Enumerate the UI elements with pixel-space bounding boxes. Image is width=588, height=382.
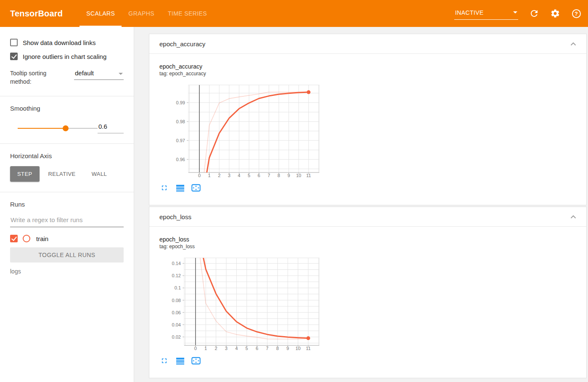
svg-text:0.02: 0.02 <box>172 334 181 340</box>
slider-knob[interactable] <box>63 125 69 131</box>
chart-title: epoch_loss <box>159 236 576 243</box>
svg-text:4: 4 <box>238 173 240 178</box>
svg-text:8: 8 <box>276 346 279 351</box>
smoothing-label: Smoothing <box>10 105 124 112</box>
svg-text:0: 0 <box>198 173 201 178</box>
reload-status-dropdown[interactable]: INACTIVE <box>454 8 518 20</box>
card-header[interactable]: epoch_accuracy <box>149 34 586 54</box>
svg-text:8: 8 <box>278 173 280 178</box>
svg-text:2: 2 <box>218 173 220 178</box>
tooltip-sorting-select[interactable]: default <box>74 69 124 80</box>
runs-label: Runs <box>10 201 124 208</box>
chart-actions <box>159 183 576 192</box>
horizontal-axis-label: Horizontal Axis <box>10 152 124 159</box>
axis-relative-button[interactable]: RELATIVE <box>41 166 83 182</box>
chart-actions <box>159 356 576 365</box>
tab-scalars[interactable]: SCALARS <box>79 0 122 27</box>
tooltip-sorting-value: default <box>75 69 94 77</box>
show-download-links-checkbox[interactable]: Show data download links <box>10 39 124 46</box>
checkbox-icon[interactable] <box>10 53 18 60</box>
app-layout: Show data download links Ignore outliers… <box>0 27 588 382</box>
svg-text:2: 2 <box>215 346 217 351</box>
card-epoch-accuracy: epoch_accuracy epoch_accuracy tag: epoch… <box>149 34 587 205</box>
main-content: epoch_accuracy epoch_accuracy tag: epoch… <box>134 27 588 382</box>
svg-text:0.08: 0.08 <box>172 298 181 303</box>
flatten-lines-icon[interactable] <box>175 356 185 365</box>
expand-chart-icon[interactable] <box>159 356 169 365</box>
app-title: TensorBoard <box>10 9 63 19</box>
section-divider <box>0 143 134 144</box>
chevron-down-icon <box>513 11 517 13</box>
svg-text:0.96: 0.96 <box>176 157 185 162</box>
tooltip-sorting-label: Tooltip sorting method: <box>10 69 69 86</box>
flatten-lines-icon[interactable] <box>175 183 185 192</box>
svg-text:9: 9 <box>287 173 290 178</box>
run-label: train <box>36 235 48 242</box>
axis-wall-button[interactable]: WALL <box>85 166 114 182</box>
tab-graphs[interactable]: GRAPHS <box>122 0 161 27</box>
svg-text:6: 6 <box>258 173 260 178</box>
svg-text:3: 3 <box>225 346 228 351</box>
card-epoch-loss: epoch_loss epoch_loss tag: epoch_loss 01… <box>149 207 587 378</box>
section-divider <box>0 192 134 192</box>
svg-text:0.04: 0.04 <box>172 322 181 327</box>
run-color-swatch <box>23 235 30 242</box>
checkbox-icon[interactable] <box>10 39 18 46</box>
scalar-chart-svg[interactable]: 012345678910110.020.040.060.080.10.120.1… <box>159 255 321 353</box>
card-title: epoch_accuracy <box>159 40 205 48</box>
smoothing-row: 0.6 <box>10 123 124 133</box>
svg-text:0.97: 0.97 <box>176 138 185 143</box>
chevron-up-icon[interactable] <box>570 42 576 46</box>
svg-text:7: 7 <box>266 346 268 351</box>
smoothing-value-input[interactable]: 0.6 <box>98 123 124 133</box>
horizontal-axis-options: STEP RELATIVE WALL <box>10 166 124 182</box>
chart-title: epoch_accuracy <box>159 63 576 70</box>
card-title: epoch_loss <box>159 213 191 220</box>
log-directory-label: logs <box>10 268 124 275</box>
chart-tag: tag: epoch_accuracy <box>159 70 576 77</box>
app-header: TensorBoard SCALARS GRAPHS TIME SERIES I… <box>0 0 588 27</box>
svg-text:11: 11 <box>306 346 310 351</box>
help-icon[interactable]: ? <box>571 8 581 19</box>
refresh-icon[interactable] <box>529 8 539 19</box>
svg-text:0.98: 0.98 <box>176 119 185 124</box>
axis-step-button[interactable]: STEP <box>10 166 40 182</box>
runs-filter-input[interactable] <box>10 215 124 227</box>
svg-text:9: 9 <box>286 346 289 351</box>
expand-chart-icon[interactable] <box>159 183 169 192</box>
smoothing-slider[interactable] <box>18 125 98 131</box>
fit-domain-icon[interactable] <box>191 183 201 192</box>
run-checkbox-icon[interactable] <box>10 235 18 242</box>
tab-time-series[interactable]: TIME SERIES <box>161 0 214 27</box>
svg-text:1: 1 <box>208 173 211 178</box>
svg-text:0.1: 0.1 <box>175 285 181 290</box>
sidebar: Show data download links Ignore outliers… <box>0 27 134 382</box>
svg-text:0.99: 0.99 <box>176 100 185 105</box>
reload-status-value: INACTIVE <box>455 9 484 16</box>
fit-domain-icon[interactable] <box>191 356 201 365</box>
card-body: epoch_accuracy tag: epoch_accuracy 01234… <box>149 54 586 205</box>
help-glyph: ? <box>572 9 581 18</box>
ignore-outliers-checkbox[interactable]: Ignore outliers in chart scaling <box>10 53 124 60</box>
card-body: epoch_loss tag: epoch_loss 0123456789101… <box>149 227 586 378</box>
chevron-down-icon <box>119 73 123 75</box>
svg-text:5: 5 <box>248 173 250 178</box>
tab-bar: SCALARS GRAPHS TIME SERIES <box>79 0 214 27</box>
svg-text:10: 10 <box>295 346 300 351</box>
svg-text:10: 10 <box>296 173 301 178</box>
toggle-all-runs-button[interactable]: TOGGLE ALL RUNS <box>10 247 124 263</box>
svg-text:3: 3 <box>228 173 230 178</box>
svg-text:0: 0 <box>194 346 197 351</box>
run-item-train[interactable]: train <box>10 235 124 242</box>
svg-text:0.06: 0.06 <box>172 310 181 315</box>
svg-text:7: 7 <box>268 173 270 178</box>
chevron-up-icon[interactable] <box>570 215 576 219</box>
svg-text:0.12: 0.12 <box>172 273 181 278</box>
checkbox-label: Ignore outliers in chart scaling <box>23 53 106 60</box>
svg-text:11: 11 <box>306 173 311 178</box>
svg-text:4: 4 <box>235 346 238 351</box>
scalar-chart-svg[interactable]: 012345678910110.960.970.980.99 <box>159 82 321 180</box>
card-header[interactable]: epoch_loss <box>149 207 586 227</box>
checkbox-label: Show data download links <box>23 39 95 46</box>
settings-icon[interactable] <box>550 8 560 19</box>
